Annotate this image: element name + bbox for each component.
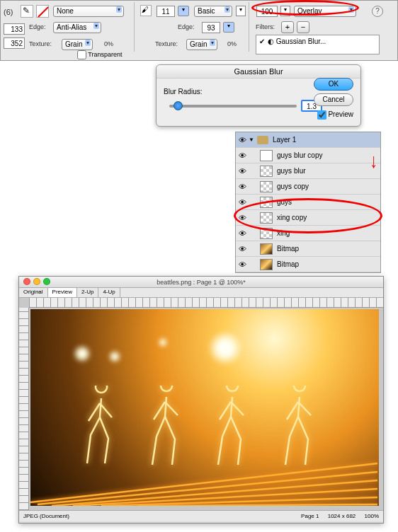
help-icon[interactable]: ? [372,6,383,17]
layer-row[interactable]: 👁xing copy [236,210,380,226]
walking-figure [80,386,130,470]
blur-radius-label: Blur Radius: [164,88,202,96]
streetlight-glow [207,330,243,366]
edge-dropdown[interactable]: Anti-Alias [53,22,101,33]
slider-thumb[interactable] [174,101,183,110]
brush-size-dropdown[interactable]: ▾ [178,6,189,16]
tab-preview[interactable]: Preview [48,288,77,297]
layer-row[interactable]: 👁Bitmap [236,257,380,272]
vertical-ruler[interactable] [19,308,29,510]
edge2-dropdown[interactable]: ▾ [223,22,234,33]
layer-row[interactable]: 👁xing [236,226,380,241]
edge2-input[interactable] [202,22,220,33]
blend-mode-dropdown[interactable]: Overlay [294,6,356,17]
canvas[interactable] [30,309,379,506]
toolbar-divider2 [249,2,249,52]
close-icon[interactable] [23,278,30,285]
layer-row[interactable]: 👁guys [236,195,380,210]
opacity-input[interactable] [256,6,278,17]
horizontal-ruler[interactable] [29,298,383,308]
edge2-label: Edge: [178,23,195,30]
filter-list: ✔◐ Gaussian Blur... [256,35,380,54]
minimize-icon[interactable] [33,278,40,285]
status-page[interactable]: Page 1 [301,513,319,519]
visibility-icon[interactable]: 👁 [236,151,249,160]
visibility-icon[interactable]: 👁 [236,245,249,253]
dialog-title: Gaussian Blur [157,65,360,79]
annotation-arrow-icon: ↓ [370,149,377,173]
texture2-label: Texture: [155,40,178,47]
tab-original[interactable]: Original [19,288,48,297]
document-window: beattles.png : Page 1 @ 100%* Original P… [18,276,384,524]
texture2-dropdown[interactable]: Grain [186,39,217,50]
preview-checkbox[interactable]: Preview [317,110,353,120]
status-bar: JPEG (Document) Page 1 1024 x 682 100% [19,510,383,521]
streetlight-glow [73,345,91,363]
add-filter-button[interactable]: + [281,21,294,33]
canvas-area [19,298,383,510]
layer-row[interactable]: 👁Bitmap [236,241,380,257]
tab-4up[interactable]: 4-Up [98,288,120,297]
folder-icon [257,136,268,144]
opacity-dropdown[interactable]: ▾ [280,6,290,16]
walking-figure [211,386,261,470]
pencil-tool-icon[interactable] [21,5,33,18]
edge-label: Edge: [29,23,46,30]
texture-dropdown[interactable]: Grain [62,39,93,50]
stroke-style-arrow[interactable]: ▾ [236,6,246,16]
status-zoom[interactable]: 100% [365,513,379,519]
layer-row[interactable]: 👁guys copy [236,179,380,195]
layer-row[interactable]: 👁guys blur copy [236,148,380,163]
texture-pct: 0% [104,40,113,47]
visibility-icon[interactable]: 👁 [236,183,249,191]
brush-icon[interactable] [140,5,152,16]
remove-filter-button[interactable]: − [297,21,309,33]
ok-button[interactable]: OK [314,78,353,91]
tab-2up[interactable]: 2-Up [77,288,98,297]
cancel-button[interactable]: Cancel [314,93,353,106]
visibility-icon[interactable]: 👁 [236,136,249,144]
walking-figure [144,386,193,470]
stroke-dropdown[interactable]: None [53,6,124,17]
visibility-icon[interactable]: 👁 [236,167,249,175]
status-filetype: JPEG (Document) [23,513,69,519]
streetlight-glow [158,337,168,347]
svg-line-5 [137,504,377,506]
brush-size-input[interactable] [157,6,175,17]
width-input[interactable] [4,23,25,35]
label-6: (6) [4,8,13,16]
document-title: beattles.png : Page 1 @ 100%* [19,277,383,288]
blur-radius-slider[interactable] [169,105,297,108]
height-input[interactable] [4,37,25,49]
walking-figure [278,386,328,470]
view-tabs: Original Preview 2-Up 4-Up [19,288,383,298]
gaussian-blur-dialog: Gaussian Blur Blur Radius: 1.3 OK Cancel… [156,64,361,127]
options-toolbar: (6) None Edge: Anti-Alias Texture: Grain… [0,0,398,61]
texture-label: Texture: [29,40,52,47]
stroke-style-dropdown[interactable]: Basic [194,6,232,17]
layers-panel: 👁 ▼ Layer 1 👁guys blur copy 👁guys blur 👁… [235,132,381,273]
streetlight-glow [108,350,121,363]
texture2-pct: 0% [227,40,237,47]
toolbar-divider [134,2,135,52]
layer-row[interactable]: 👁guys blur [236,163,380,179]
visibility-icon[interactable]: 👁 [236,260,249,269]
filters-label: Filters: [256,23,275,30]
visibility-icon[interactable]: 👁 [236,198,249,207]
window-controls[interactable] [23,278,50,285]
expand-icon[interactable]: ▼ [249,137,254,143]
zoom-icon[interactable] [43,278,50,285]
window-titlebar[interactable]: beattles.png : Page 1 @ 100%* [19,277,383,288]
transparent-checkbox[interactable]: Transparent [77,50,123,59]
no-stroke-icon[interactable] [36,5,49,18]
visibility-icon[interactable]: 👁 [236,214,249,222]
visibility-icon[interactable]: 👁 [236,229,249,238]
status-dimensions: 1024 x 682 [328,513,356,519]
layer-folder[interactable]: 👁 ▼ Layer 1 [236,132,380,148]
filter-item-gaussian[interactable]: ✔◐ Gaussian Blur... [256,35,379,47]
